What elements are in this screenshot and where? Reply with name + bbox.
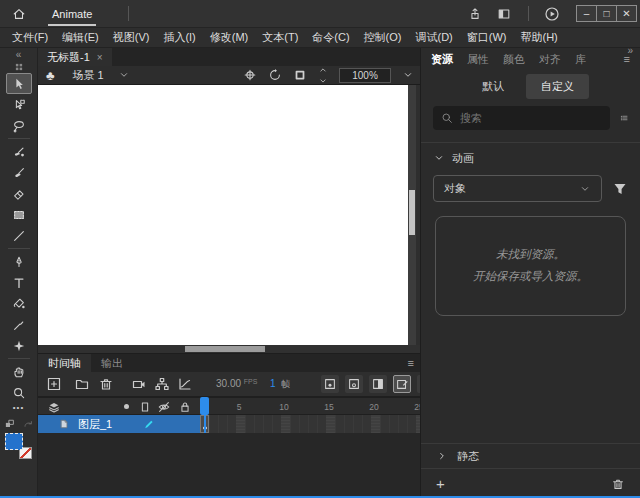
timeline-ruler[interactable]: 5 10 15 20 25 [200,397,420,415]
pen-tool[interactable] [6,251,32,272]
eraser-tool[interactable] [6,183,32,204]
list-view-icon[interactable] [620,110,628,126]
highlight-column-icon[interactable] [124,404,129,409]
rotate-tool-icon[interactable] [268,68,282,82]
delete-layer-button[interactable] [98,376,114,392]
menu-modify[interactable]: 修改(M) [203,28,256,47]
menu-view[interactable]: 视图(V) [106,28,157,47]
tab-timeline[interactable]: 时间轴 [38,354,91,372]
menu-commands[interactable]: 命令(C) [305,28,356,47]
stage-horizontal-scrollbar[interactable] [38,345,420,353]
tab-assets[interactable]: 资源 [431,52,453,67]
insert-blank-keyframe-button[interactable] [345,375,363,393]
delete-asset-icon[interactable] [611,477,625,491]
collapse-panel-button[interactable]: » [627,45,633,56]
menu-insert[interactable]: 插入(I) [156,28,202,47]
edit-scene-icon[interactable]: ♣ [46,68,55,83]
selection-tool[interactable] [6,73,32,94]
menu-edit[interactable]: 编辑(E) [55,28,106,47]
menu-debug[interactable]: 调试(D) [409,28,460,47]
horizontal-scroll-thumb[interactable] [185,346,265,352]
lock-all-layers-icon[interactable] [178,400,192,414]
insert-keyframe-button[interactable] [321,375,339,393]
search-box[interactable] [433,106,610,130]
collapse-tools-button[interactable]: « [16,48,22,61]
stepper-up-icon[interactable] [318,65,328,75]
subselection-tool[interactable] [6,94,32,115]
swap-colors-icon[interactable] [22,418,34,430]
auto-keyframe-toggle[interactable] [393,375,411,393]
fluid-brush-tool[interactable] [6,141,32,162]
default-colors-icon[interactable] [4,418,16,430]
more-tools-button[interactable]: ••• [13,403,24,417]
search-input[interactable] [460,112,602,124]
layer-name[interactable]: 图层_1 [78,417,112,432]
classic-brush-tool[interactable] [6,162,32,183]
asset-warp-tool[interactable] [6,335,32,356]
add-asset-button[interactable]: + [436,475,445,492]
lasso-tool[interactable] [6,115,32,136]
tab-properties[interactable]: 属性 [467,52,489,67]
frame-rate-field[interactable]: 30.00 FPS [216,378,257,389]
hand-tool[interactable] [6,361,32,382]
camera-button[interactable] [131,376,147,392]
line-tool[interactable] [6,225,32,246]
test-movie-icon[interactable] [544,6,560,22]
layer-row-selected[interactable]: 图层_1 [38,415,200,433]
rectangle-tool[interactable] [6,204,32,225]
timeline-menu-icon[interactable]: ≡ [408,357,414,369]
animation-section-header[interactable]: 动画 [421,143,640,173]
clip-content-icon[interactable] [293,68,307,82]
menu-help[interactable]: 帮助(H) [514,28,565,47]
workspace-icon[interactable] [497,7,511,21]
eyedropper-tool[interactable] [6,314,32,335]
vertical-scroll-thumb[interactable] [409,190,415,235]
home-icon[interactable] [12,7,26,21]
tab-library[interactable]: 库 [575,52,586,67]
mode-custom-button[interactable]: 自定义 [526,74,589,99]
zoom-tool[interactable] [6,382,32,403]
stage-canvas[interactable] [38,85,408,345]
insert-frame-button[interactable] [369,375,387,393]
asset-type-dropdown[interactable]: 对象 [433,175,602,202]
hide-all-layers-icon[interactable] [157,400,171,414]
menu-control[interactable]: 控制(O) [357,28,409,47]
text-tool[interactable] [6,272,32,293]
maximize-button[interactable]: □ [596,5,617,22]
graph-editor-button[interactable] [177,376,193,392]
tab-align[interactable]: 对齐 [539,52,561,67]
share-icon[interactable] [468,7,482,21]
document-tab[interactable]: 无标题-1 × [38,48,112,66]
scene-chevron-down-icon[interactable] [118,69,130,81]
menu-window[interactable]: 窗口(W) [460,28,514,47]
stepper-down-icon[interactable] [318,76,328,86]
zoom-chevron-down-icon[interactable] [402,69,414,81]
center-stage-icon[interactable] [243,68,257,82]
app-tab-animate[interactable]: Animate [48,2,96,26]
layers-stack-icon[interactable] [47,400,61,414]
zoom-level-field[interactable]: 100% [339,68,391,83]
outline-column-icon[interactable] [138,400,152,414]
panel-footer: + [421,468,640,498]
new-layer-button[interactable] [46,376,62,392]
minimize-button[interactable]: – [576,5,597,22]
fill-color-swatch[interactable] [5,433,23,450]
current-frame-field[interactable]: 1 帧 [270,378,290,391]
tab-output[interactable]: 输出 [91,354,133,372]
static-section-header[interactable]: 静态 [421,443,640,468]
layer-parenting-button[interactable] [154,376,170,392]
filter-icon[interactable] [612,181,628,197]
menu-text[interactable]: 文本(T) [255,28,305,47]
toolbar-grip-icon[interactable] [14,62,24,72]
stage-vertical-scrollbar[interactable] [408,85,416,345]
new-folder-button[interactable] [74,376,90,392]
document-tab-close-icon[interactable]: × [97,52,103,63]
mode-default-button[interactable]: 默认 [472,75,514,98]
paint-bucket-tool[interactable] [6,293,32,314]
menu-file[interactable]: 文件(F) [5,28,55,47]
frame-grid[interactable] [200,415,420,433]
tab-color[interactable]: 颜色 [503,52,525,67]
zoom-stepper[interactable] [318,65,328,86]
playhead[interactable] [200,397,209,415]
close-button[interactable]: ✕ [616,5,637,22]
